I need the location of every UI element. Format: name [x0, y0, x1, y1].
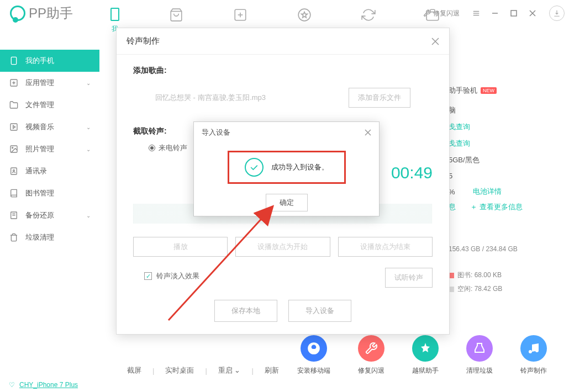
image-icon: [9, 144, 19, 154]
svg-rect-17: [10, 124, 17, 130]
tool-jailbreak[interactable]: 越狱助手: [412, 335, 439, 375]
check-circle-icon: [245, 158, 264, 177]
query-link-2[interactable]: 戋查询: [449, 139, 559, 149]
chevron-down-icon: ⌄: [86, 80, 91, 86]
storage-books: 图书: 68.00 KB: [449, 271, 559, 280]
app-logo: PP助手: [10, 4, 73, 22]
sidebar: 我的手机 应用管理 ⌄ 文件管理 视频音乐 ⌄ 照片管理 ⌄ 通讯录 图书管理 …: [0, 50, 99, 248]
chevron-down-icon: ⌄: [86, 124, 91, 130]
close-icon: [365, 129, 371, 136]
checkbox-icon: ✓: [144, 272, 152, 280]
backup-icon: [9, 210, 19, 220]
query-link-1[interactable]: 戋查询: [449, 122, 559, 132]
success-message: 成功导入到设备。: [271, 162, 329, 172]
nav-star[interactable]: [297, 8, 312, 22]
close-button[interactable]: [525, 6, 540, 21]
menu-icon: [472, 9, 480, 17]
sidebar-item-media[interactable]: 视频音乐 ⌄: [0, 116, 99, 138]
sidebar-item-backup[interactable]: 备份还原 ⌄: [0, 204, 99, 226]
chevron-down-icon: ⌄: [86, 213, 91, 219]
sidebar-item-files[interactable]: 文件管理: [0, 94, 99, 116]
nav-add[interactable]: [233, 8, 247, 22]
bottom-actions: 截屏 | 实时桌面 | 重启 ⌄ | 刷新: [127, 365, 279, 375]
sidebar-item-photos[interactable]: 照片管理 ⌄: [0, 138, 99, 160]
screenshot-action[interactable]: 截屏: [127, 365, 141, 375]
info-row: 5: [449, 172, 559, 180]
info-row: 5GB/黑色: [449, 155, 559, 165]
verify-title[interactable]: 助手验机 NEW: [449, 86, 559, 96]
sidebar-item-cleanup[interactable]: 垃圾清理: [0, 226, 99, 248]
books-icon: [9, 188, 19, 198]
tool-install-mobile[interactable]: 安装移动端: [297, 335, 330, 375]
status-bar: ♡ CHY_iPhone 7 Plus: [9, 381, 78, 389]
sidebar-item-apps[interactable]: 应用管理 ⌄: [0, 72, 99, 94]
confirm-button[interactable]: 确定: [266, 194, 308, 211]
save-local-button[interactable]: 保存本地: [214, 300, 277, 322]
import-device-button[interactable]: 导入设备: [288, 300, 351, 322]
contacts-icon: [9, 166, 19, 176]
trash-icon: [9, 232, 19, 242]
apps-icon: [9, 78, 19, 88]
device-info-panel: 助手验机 NEW 脑 戋查询 戋查询 5GB/黑色 5 % 电池详情 息 ＋ 查…: [449, 86, 559, 298]
more-info-link[interactable]: ＋ 查看更多信息: [470, 202, 523, 212]
sidebar-item-my-phone[interactable]: 我的手机: [0, 50, 99, 72]
refresh-action[interactable]: 刷新: [265, 365, 279, 375]
dialog-title: 铃声制作: [127, 36, 160, 46]
folder-icon: [9, 100, 19, 110]
device-icon: [110, 8, 119, 21]
nav-sync[interactable]: [361, 8, 376, 22]
device-name-link[interactable]: CHY_iPhone 7 Plus: [19, 381, 78, 389]
set-end-button[interactable]: 设播放点为结束: [338, 237, 433, 257]
jailbreak-icon: [412, 335, 439, 362]
tool-repair-crash[interactable]: 修复闪退: [358, 335, 384, 375]
logo-text: PP助手: [29, 4, 73, 22]
nav-store[interactable]: [169, 8, 183, 22]
maximize-icon: [510, 10, 517, 17]
dialog-header: 铃声制作: [117, 28, 449, 55]
info-row: 脑: [449, 105, 559, 115]
svg-point-28: [535, 349, 539, 352]
ringtone-icon: [520, 335, 547, 362]
cleanup-icon: [466, 335, 493, 362]
new-badge: NEW: [481, 87, 497, 94]
svg-rect-14: [11, 57, 16, 64]
nav-toolbox[interactable]: [425, 8, 440, 22]
close-icon: [529, 10, 536, 17]
realtime-action[interactable]: 实时桌面: [165, 365, 194, 375]
logo-icon: [10, 6, 25, 21]
close-icon: [431, 38, 439, 45]
preview-button[interactable]: 试听铃声: [385, 268, 433, 288]
refresh-icon: [361, 8, 376, 22]
toolbox-icon: [425, 8, 440, 22]
modal-close-button[interactable]: [365, 129, 371, 136]
sidebar-item-books[interactable]: 图书管理: [0, 182, 99, 204]
install-icon: [301, 335, 327, 362]
svg-rect-4: [511, 10, 517, 16]
reboot-action[interactable]: 重启 ⌄: [218, 365, 241, 375]
play-button[interactable]: 播放: [133, 237, 228, 257]
sidebar-item-contacts[interactable]: 通讯录: [0, 160, 99, 182]
dialog-close-button[interactable]: [431, 38, 439, 45]
tool-cleanup[interactable]: 清理垃圾: [466, 335, 493, 375]
import-result-modal: 导入设备 成功导入到设备。 确定: [193, 121, 380, 216]
maximize-button[interactable]: [506, 6, 521, 21]
fade-checkbox[interactable]: ✓ 铃声淡入效果: [144, 271, 199, 281]
radio-icon: [149, 145, 155, 151]
svg-point-11: [298, 9, 310, 21]
svg-marker-12: [302, 12, 308, 18]
svg-rect-13: [426, 12, 439, 20]
tool-ringtone[interactable]: 铃声制作: [520, 335, 547, 375]
download-button[interactable]: [549, 6, 565, 21]
add-file-button[interactable]: 添加音乐文件: [349, 88, 410, 108]
plus-square-icon: [233, 8, 247, 22]
svg-marker-18: [13, 125, 15, 128]
chevron-down-icon: ⌄: [86, 146, 91, 152]
success-highlight: 成功导入到设备。: [228, 151, 346, 184]
minimize-button[interactable]: [487, 6, 503, 21]
battery-link[interactable]: 电池详情: [473, 187, 502, 197]
minimize-icon: [492, 10, 498, 17]
set-start-button[interactable]: 设播放点为开始: [235, 237, 330, 257]
storage-free: 空闲: 78.42 GB: [449, 284, 559, 294]
heart-icon: ♡: [9, 381, 15, 389]
menu-button[interactable]: [468, 6, 484, 21]
